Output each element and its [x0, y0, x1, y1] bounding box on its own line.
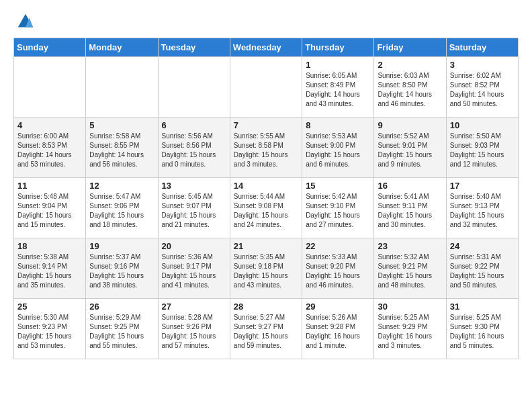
- calendar-cell: [230, 57, 302, 118]
- day-info: Sunrise: 5:44 AMSunset: 9:08 PMDaylight:…: [234, 192, 298, 230]
- calendar-cell: [14, 57, 86, 118]
- col-header-wednesday: Wednesday: [230, 38, 302, 57]
- day-info: Sunrise: 5:26 AMSunset: 9:28 PMDaylight:…: [306, 313, 370, 351]
- day-info: Sunrise: 5:37 AMSunset: 9:16 PMDaylight:…: [89, 253, 154, 290]
- calendar-cell: 25Sunrise: 5:30 AMSunset: 9:23 PMDayligh…: [14, 299, 86, 359]
- calendar-cell: 8Sunrise: 5:53 AMSunset: 9:00 PMDaylight…: [302, 118, 374, 178]
- calendar-cell: 17Sunrise: 5:40 AMSunset: 9:13 PMDayligh…: [446, 178, 518, 238]
- calendar-cell: 31Sunrise: 5:25 AMSunset: 9:30 PMDayligh…: [446, 299, 518, 359]
- day-info: Sunrise: 6:00 AMSunset: 8:53 PMDaylight:…: [17, 132, 82, 169]
- day-info: Sunrise: 5:41 AMSunset: 9:11 PMDaylight:…: [378, 192, 442, 230]
- calendar-cell: 19Sunrise: 5:37 AMSunset: 9:16 PMDayligh…: [86, 238, 158, 299]
- day-info: Sunrise: 5:35 AMSunset: 9:18 PMDaylight:…: [234, 253, 298, 290]
- col-header-friday: Friday: [374, 38, 446, 57]
- day-number: 25: [17, 302, 82, 312]
- day-info: Sunrise: 5:32 AMSunset: 9:21 PMDaylight:…: [378, 253, 442, 290]
- calendar-cell: 22Sunrise: 5:33 AMSunset: 9:20 PMDayligh…: [302, 238, 374, 299]
- calendar-cell: 16Sunrise: 5:41 AMSunset: 9:11 PMDayligh…: [374, 178, 446, 238]
- calendar-cell: 7Sunrise: 5:55 AMSunset: 8:58 PMDaylight…: [230, 118, 302, 178]
- calendar-cell: 30Sunrise: 5:25 AMSunset: 9:29 PMDayligh…: [374, 299, 446, 359]
- day-number: 26: [89, 302, 154, 312]
- day-number: 21: [234, 241, 298, 251]
- day-number: 2: [378, 60, 442, 70]
- day-info: Sunrise: 5:53 AMSunset: 9:00 PMDaylight:…: [306, 132, 370, 169]
- week-row-4: 18Sunrise: 5:38 AMSunset: 9:14 PMDayligh…: [14, 238, 519, 299]
- calendar-cell: 21Sunrise: 5:35 AMSunset: 9:18 PMDayligh…: [230, 238, 302, 299]
- day-number: 5: [89, 120, 154, 130]
- day-number: 19: [89, 241, 154, 251]
- calendar-cell: 18Sunrise: 5:38 AMSunset: 9:14 PMDayligh…: [14, 238, 86, 299]
- day-info: Sunrise: 5:30 AMSunset: 9:23 PMDaylight:…: [17, 313, 82, 351]
- calendar-cell: 4Sunrise: 6:00 AMSunset: 8:53 PMDaylight…: [14, 118, 86, 178]
- calendar-cell: 10Sunrise: 5:50 AMSunset: 9:03 PMDayligh…: [446, 118, 518, 178]
- day-number: 27: [162, 302, 226, 312]
- day-number: 10: [450, 120, 515, 130]
- day-info: Sunrise: 5:58 AMSunset: 8:55 PMDaylight:…: [89, 132, 154, 169]
- calendar-cell: 6Sunrise: 5:56 AMSunset: 8:56 PMDaylight…: [158, 118, 230, 178]
- day-number: 17: [450, 181, 515, 191]
- calendar-cell: 13Sunrise: 5:45 AMSunset: 9:07 PMDayligh…: [158, 178, 230, 238]
- day-info: Sunrise: 6:03 AMSunset: 8:50 PMDaylight:…: [378, 71, 442, 109]
- calendar-table: SundayMondayTuesdayWednesdayThursdayFrid…: [13, 38, 519, 359]
- day-number: 18: [17, 241, 82, 251]
- calendar-cell: 15Sunrise: 5:42 AMSunset: 9:10 PMDayligh…: [302, 178, 374, 238]
- col-header-thursday: Thursday: [302, 38, 374, 57]
- day-number: 28: [234, 302, 298, 312]
- day-number: 31: [450, 302, 515, 312]
- day-number: 1: [306, 60, 370, 70]
- day-info: Sunrise: 5:45 AMSunset: 9:07 PMDaylight:…: [162, 192, 226, 230]
- day-number: 12: [89, 181, 154, 191]
- calendar-cell: 24Sunrise: 5:31 AMSunset: 9:22 PMDayligh…: [446, 238, 518, 299]
- calendar-cell: 12Sunrise: 5:47 AMSunset: 9:06 PMDayligh…: [86, 178, 158, 238]
- day-info: Sunrise: 5:55 AMSunset: 8:58 PMDaylight:…: [234, 132, 298, 169]
- calendar-cell: [158, 57, 230, 118]
- day-info: Sunrise: 5:25 AMSunset: 9:30 PMDaylight:…: [450, 313, 515, 351]
- day-info: Sunrise: 5:29 AMSunset: 9:25 PMDaylight:…: [89, 313, 154, 351]
- calendar-header: SundayMondayTuesdayWednesdayThursdayFrid…: [14, 38, 519, 57]
- logo-icon: [16, 12, 35, 31]
- day-number: 11: [17, 181, 82, 191]
- calendar-cell: 5Sunrise: 5:58 AMSunset: 8:55 PMDaylight…: [86, 118, 158, 178]
- day-info: Sunrise: 5:52 AMSunset: 9:01 PMDaylight:…: [378, 132, 442, 169]
- day-number: 15: [306, 181, 370, 191]
- day-number: 22: [306, 241, 370, 251]
- col-header-saturday: Saturday: [446, 38, 518, 57]
- day-info: Sunrise: 5:47 AMSunset: 9:06 PMDaylight:…: [89, 192, 154, 230]
- day-info: Sunrise: 5:48 AMSunset: 9:04 PMDaylight:…: [17, 192, 82, 230]
- day-number: 29: [306, 302, 370, 312]
- day-info: Sunrise: 6:05 AMSunset: 8:49 PMDaylight:…: [306, 71, 370, 109]
- calendar-cell: 2Sunrise: 6:03 AMSunset: 8:50 PMDaylight…: [374, 57, 446, 118]
- calendar-cell: 9Sunrise: 5:52 AMSunset: 9:01 PMDaylight…: [374, 118, 446, 178]
- day-info: Sunrise: 5:28 AMSunset: 9:26 PMDaylight:…: [162, 313, 226, 351]
- day-info: Sunrise: 5:25 AMSunset: 9:29 PMDaylight:…: [378, 313, 442, 351]
- calendar-cell: 26Sunrise: 5:29 AMSunset: 9:25 PMDayligh…: [86, 299, 158, 359]
- day-number: 7: [234, 120, 298, 130]
- calendar-cell: 3Sunrise: 6:02 AMSunset: 8:52 PMDaylight…: [446, 57, 518, 118]
- calendar-cell: 14Sunrise: 5:44 AMSunset: 9:08 PMDayligh…: [230, 178, 302, 238]
- day-number: 9: [378, 120, 442, 130]
- calendar-cell: [86, 57, 158, 118]
- day-number: 24: [450, 241, 515, 251]
- week-row-2: 4Sunrise: 6:00 AMSunset: 8:53 PMDaylight…: [14, 118, 519, 178]
- week-row-3: 11Sunrise: 5:48 AMSunset: 9:04 PMDayligh…: [14, 178, 519, 238]
- page-header: [0, 0, 532, 38]
- day-info: Sunrise: 5:31 AMSunset: 9:22 PMDaylight:…: [450, 253, 515, 290]
- calendar-cell: 28Sunrise: 5:27 AMSunset: 9:27 PMDayligh…: [230, 299, 302, 359]
- day-number: 20: [162, 241, 226, 251]
- day-number: 6: [162, 120, 226, 130]
- calendar-cell: 20Sunrise: 5:36 AMSunset: 9:17 PMDayligh…: [158, 238, 230, 299]
- day-number: 23: [378, 241, 442, 251]
- day-number: 13: [162, 181, 226, 191]
- day-number: 4: [17, 120, 82, 130]
- day-number: 16: [378, 181, 442, 191]
- day-number: 8: [306, 120, 370, 130]
- calendar-cell: 1Sunrise: 6:05 AMSunset: 8:49 PMDaylight…: [302, 57, 374, 118]
- day-info: Sunrise: 5:36 AMSunset: 9:17 PMDaylight:…: [162, 253, 226, 290]
- day-info: Sunrise: 5:38 AMSunset: 9:14 PMDaylight:…: [17, 253, 82, 290]
- day-info: Sunrise: 5:50 AMSunset: 9:03 PMDaylight:…: [450, 132, 515, 169]
- day-info: Sunrise: 5:33 AMSunset: 9:20 PMDaylight:…: [306, 253, 370, 290]
- week-row-5: 25Sunrise: 5:30 AMSunset: 9:23 PMDayligh…: [14, 299, 519, 359]
- col-header-tuesday: Tuesday: [158, 38, 230, 57]
- col-header-sunday: Sunday: [14, 38, 86, 57]
- col-header-monday: Monday: [86, 38, 158, 57]
